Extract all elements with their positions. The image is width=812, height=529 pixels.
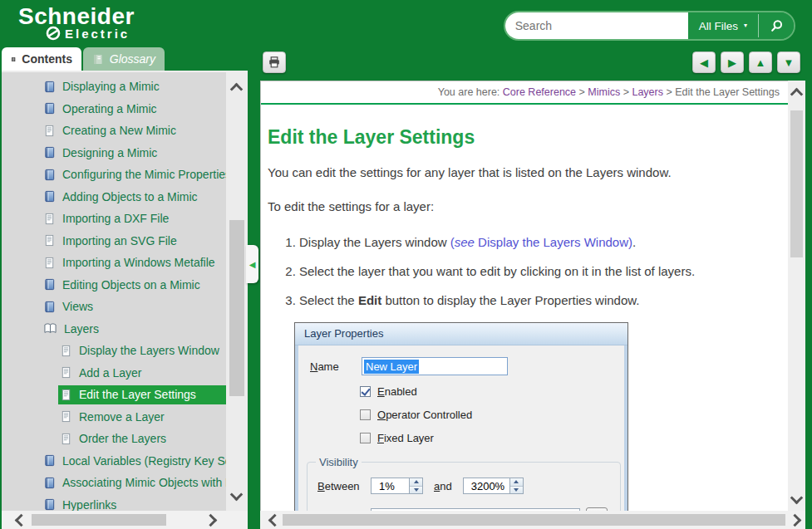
tab-contents[interactable]: Contents [2,47,81,71]
min-zoom-value: 1% [371,478,409,494]
step-text: button to display the Layer Properties w… [381,293,639,307]
book-closed-icon [43,190,56,203]
scrollbar-thumb[interactable] [229,220,244,396]
tree-item[interactable]: Importing an SVG File [2,230,226,252]
glossary-icon [92,53,104,66]
page-icon [60,410,72,423]
print-button[interactable] [263,51,286,73]
tree-item[interactable]: Layers [2,318,226,340]
tree-item[interactable]: Adding Objects to a Mimic [2,186,226,208]
tree-item[interactable]: Hyperlinks [2,494,226,512]
sidebar-vertical-scrollbar[interactable] [226,72,248,511]
content-horizontal-scrollbar[interactable] [260,511,805,529]
book-closed-icon [43,301,56,313]
display-layers-window-link[interactable]: (see Display the Layers Window) [450,235,632,249]
caret-down-icon: ▾ [744,22,747,29]
page-title: Edit the Layer Settings [268,126,778,149]
spinner-down-icon [414,488,419,492]
printer-icon [268,56,281,69]
name-label: Name [310,360,347,373]
tree-item[interactable]: Importing a Windows Metafile [2,252,226,274]
pane-divider [248,71,260,529]
tree-item[interactable]: Editing Objects on a Mimic [2,274,226,296]
book-closed-icon [43,278,56,291]
max-zoom-value: 3200% [463,478,509,494]
spinner-up-icon [414,480,419,483]
tree-item-label: Designing a Mimic [62,146,157,159]
tree-item[interactable]: Designing a Mimic [2,142,226,164]
book-open-icon [43,322,57,335]
tree-item[interactable]: Configuring the Mimic Properties [2,164,226,186]
scroll-right-button[interactable] [201,512,219,528]
search-button[interactable] [759,12,794,39]
sidebar-collapse-handle[interactable]: ◀ [246,245,258,283]
search-icon [770,19,784,33]
tree-item-label: Importing an SVG File [62,234,177,247]
book-closed-icon [43,454,56,467]
tree-item[interactable]: Creating a New Mimic [2,120,226,142]
tab-glossary[interactable]: Glossary [83,47,165,71]
chevron-left-icon [268,513,281,527]
tree-item-label: Local Variables (Registry Key Se [62,454,226,468]
tree-item[interactable]: Importing a DXF File [2,208,226,230]
scroll-left-button[interactable] [265,512,283,528]
breadcrumb: You are here: Core Reference > Mimics > … [261,81,788,105]
tree-item[interactable]: Order the Layers [2,428,226,450]
content-vertical-scrollbar[interactable] [788,81,805,511]
search-filter-label: All Files [699,20,738,32]
tree-item[interactable]: Associating Mimic Objects with P [2,472,226,494]
tree-item[interactable]: Add a Layer [2,362,226,385]
tree-item-label: Importing a DXF File [62,212,169,225]
contents-icon [11,53,16,66]
tree-item[interactable]: Views [2,296,226,318]
layer-properties-screenshot: Layer Properties Name New Layer [294,322,628,511]
tab-glossary-label: Glossary [110,52,155,66]
tree-item[interactable]: Local Variables (Registry Key Se [2,450,226,473]
procedure-steps: Display the Layers window (see Display t… [268,235,778,307]
step-text: Display the Layers window [299,235,450,249]
tab-contents-label: Contents [22,52,72,66]
tree-item[interactable]: Displaying a Mimic [2,76,226,98]
scroll-down-button[interactable] [787,489,805,506]
breadcrumb-link-mimics[interactable]: Mimics [588,86,620,98]
breadcrumb-link-layers[interactable]: Layers [632,86,663,98]
schneider-electric-logo: Schneider Electric [18,5,135,42]
scroll-right-button[interactable] [785,512,804,528]
tree-item[interactable]: Display the Layers Window [2,340,226,362]
book-closed-icon [43,169,56,181]
chevron-up-icon [790,87,803,100]
breadcrumb-link-core-reference[interactable]: Core Reference [503,86,576,98]
search-filter-dropdown[interactable]: All Files ▾ [688,12,758,39]
breadcrumb-separator: > [620,86,632,98]
chevron-down-icon [790,491,803,504]
scroll-left-button[interactable] [12,512,30,528]
scrollbar-thumb[interactable] [790,110,803,257]
contents-tree: Displaying a Mimic Operating a Mimic Cre… [2,74,226,511]
step-text: . [632,235,636,249]
breadcrumb-prefix: You are here: [438,86,503,98]
visibility-group: Visibility Between 1% and [307,456,621,511]
sidebar-horizontal-scrollbar[interactable] [2,511,248,529]
scroll-down-button[interactable] [227,486,245,502]
enabled-label: Enabled [377,385,417,398]
tree-item-label: Order the Layers [79,432,166,445]
logo-text-schneider: Schneider [18,5,135,28]
tree-item-label: Layers [64,322,99,336]
scroll-up-button[interactable] [787,86,805,102]
collapse-left-icon: ◀ [249,260,256,269]
topic-panel: You are here: Core Reference > Mimics > … [260,81,788,511]
scrollbar-thumb[interactable] [32,514,166,526]
tree-item-label: Editing Objects on a Mimic [62,278,200,291]
chevron-right-icon [204,513,217,527]
tree-item[interactable]: Remove a Layer [2,406,226,429]
page-icon [43,234,56,247]
search-input[interactable] [505,12,688,39]
tree-item-selected[interactable]: Edit the Layer Settings [2,384,226,406]
and-label: and [434,480,452,492]
enabled-checkbox [360,386,371,397]
tree-item[interactable]: Operating a Mimic [2,98,226,120]
spinner-up-icon [514,480,519,483]
scroll-up-button[interactable] [227,81,245,97]
scrollbar-thumb[interactable] [283,514,785,526]
tree-item-label: Remove a Layer [79,410,165,424]
